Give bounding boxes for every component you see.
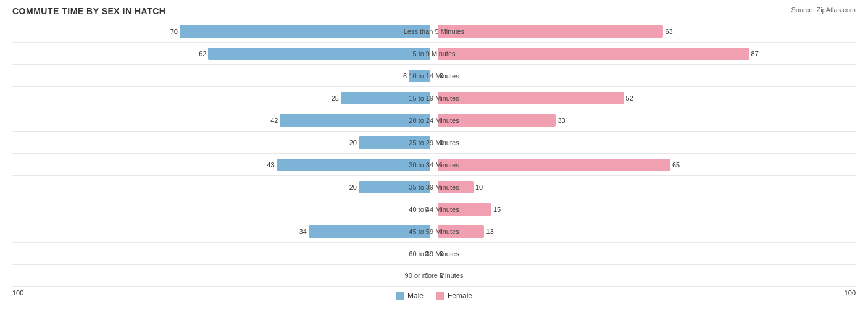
table-row: 70 Less than 5 Minutes 63 [12, 20, 856, 42]
table-row: 0 60 to 89 Minutes 0 [12, 242, 856, 264]
male-value: 62 [199, 50, 206, 57]
female-value: 15 [493, 206, 501, 213]
male-value: 34 [299, 228, 307, 235]
chart-container: COMMUTE TIME BY SEX IN HATCH Source: Zip… [0, 0, 868, 323]
table-row: 62 5 to 9 Minutes 87 [12, 42, 856, 64]
left-half: 62 [12, 43, 434, 64]
right-half: 65 [434, 154, 856, 175]
right-half: 13 [434, 220, 856, 242]
female-value: 65 [672, 161, 680, 169]
axis-labels: 100 Male Female 100 [12, 287, 856, 300]
left-half: 0 [12, 243, 434, 264]
left-half: 42 [12, 109, 434, 131]
male-value: 6 [403, 72, 407, 80]
axis-right: 100 [845, 289, 856, 300]
bar-male: 42 [280, 114, 430, 127]
chart-title: COMMUTE TIME BY SEX IN HATCH [12, 6, 856, 16]
left-half: 25 [12, 87, 434, 109]
male-value: 20 [349, 183, 357, 191]
table-row: 20 25 to 29 Minutes 0 [12, 131, 856, 153]
bar-female: 63 [438, 25, 663, 38]
table-row: 34 45 to 59 Minutes 13 [12, 220, 856, 242]
male-value: 25 [332, 94, 339, 102]
table-row: 6 10 to 14 Minutes 0 [12, 64, 856, 86]
male-value: 43 [267, 161, 274, 169]
row-label: 10 to 14 Minutes [409, 72, 459, 80]
legend-female-label: Female [448, 292, 472, 300]
legend: Male Female [396, 292, 472, 300]
table-row: 43 30 to 34 Minutes 65 [12, 153, 856, 175]
legend-male-box [396, 292, 404, 300]
right-half: 33 [434, 109, 856, 131]
left-half: 70 [12, 20, 434, 42]
right-half: 52 [434, 87, 856, 109]
left-half: 0 [12, 265, 434, 286]
left-half: 34 [12, 220, 434, 242]
right-half: 0 [434, 132, 856, 153]
female-value: 87 [751, 50, 759, 57]
male-value: 42 [270, 117, 278, 124]
left-half: 43 [12, 154, 434, 175]
row-label: 90 or more Minutes [405, 272, 464, 279]
right-half: 87 [434, 43, 856, 64]
table-row: 42 20 to 24 Minutes 33 [12, 109, 856, 131]
legend-male-label: Male [407, 292, 424, 300]
legend-female: Female [436, 292, 472, 300]
table-row: 20 35 to 39 Minutes 10 [12, 175, 856, 198]
bar-male: 62 [208, 48, 430, 60]
male-value: 20 [349, 139, 357, 146]
row-label: 15 to 19 Minutes [409, 94, 459, 102]
legend-female-box [436, 292, 444, 300]
row-label: 60 to 89 Minutes [409, 250, 459, 258]
table-row: 0 90 or more Minutes 0 [12, 264, 856, 287]
row-label: Less than 5 Minutes [404, 28, 464, 35]
axis-left: 100 [12, 289, 23, 300]
female-value: 33 [557, 117, 565, 124]
left-half: 20 [12, 132, 434, 153]
female-value: 13 [486, 228, 493, 235]
right-half: 63 [434, 20, 856, 42]
chart-rows: 70 Less than 5 Minutes 63 62 5 to 9 Minu… [12, 20, 856, 287]
female-value: 10 [475, 183, 483, 191]
row-label: 35 to 39 Minutes [409, 183, 459, 191]
legend-male: Male [396, 292, 424, 300]
row-label: 40 to 44 Minutes [409, 206, 459, 213]
bar-female: 87 [438, 48, 749, 60]
row-label: 25 to 29 Minutes [409, 139, 459, 146]
right-half: 10 [434, 176, 856, 198]
table-row: 0 40 to 44 Minutes 15 [12, 198, 856, 220]
left-half: 20 [12, 176, 434, 198]
right-half: 0 [434, 65, 856, 86]
table-row: 25 15 to 19 Minutes 52 [12, 86, 856, 109]
left-half: 6 [12, 65, 434, 86]
bar-female: 52 [438, 92, 624, 104]
left-half: 0 [12, 198, 434, 220]
bar-female: 65 [438, 159, 670, 171]
right-half: 15 [434, 198, 856, 220]
right-half: 0 [434, 243, 856, 264]
row-label: 30 to 34 Minutes [409, 161, 459, 169]
bar-male: 70 [180, 25, 430, 38]
row-label: 20 to 24 Minutes [409, 117, 459, 124]
female-value: 52 [626, 94, 633, 102]
source-label: Source: ZipAtlas.com [791, 6, 856, 14]
male-value: 70 [170, 28, 178, 35]
row-label: 45 to 59 Minutes [409, 228, 459, 235]
row-label: 5 to 9 Minutes [412, 50, 455, 57]
right-half: 0 [434, 265, 856, 286]
bar-male: 43 [277, 159, 430, 171]
female-value: 63 [665, 28, 672, 35]
